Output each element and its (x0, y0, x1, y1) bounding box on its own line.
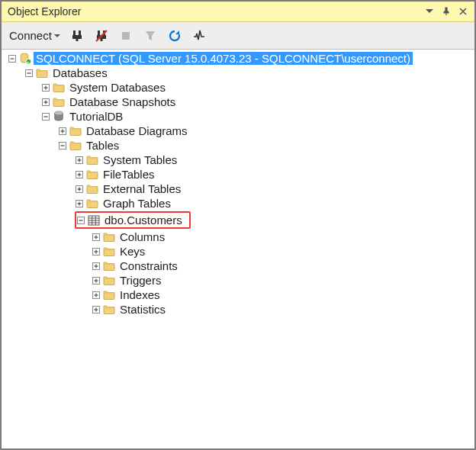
node-label: Statistics (117, 303, 168, 316)
table-icon (87, 214, 101, 227)
chevron-down-icon (53, 32, 61, 40)
node-label: Triggers (117, 274, 163, 287)
tutorialdb-node[interactable]: TutorialDB (6, 109, 470, 124)
folder-icon (69, 140, 82, 152)
folder-icon (85, 169, 99, 181)
database-icon (52, 111, 66, 123)
folder-icon (85, 154, 99, 166)
tables-node[interactable]: Tables (6, 138, 470, 153)
node-label: TutorialDB (67, 110, 125, 123)
constraints-node[interactable]: Constraints (6, 259, 470, 273)
file-tables-node[interactable]: FileTables (6, 167, 470, 182)
svg-rect-19 (98, 31, 100, 35)
server-node[interactable]: SQLCONNECT (SQL Server 15.0.4073.23 - SQ… (6, 51, 470, 66)
filter-icon (140, 26, 160, 46)
node-label: Graph Tables (101, 197, 173, 210)
expander[interactable] (75, 156, 84, 165)
object-explorer-panel: Object Explorer Connect (0, 0, 476, 450)
panel-title: Object Explorer (8, 5, 420, 18)
close-icon[interactable] (456, 5, 470, 18)
disconnect-server-icon[interactable] (92, 26, 111, 46)
node-label: Database Diagrams (84, 124, 190, 137)
expander[interactable] (24, 69, 34, 78)
triggers-node[interactable]: Triggers (6, 273, 470, 288)
folder-icon (85, 183, 99, 195)
node-label: System Databases (67, 81, 168, 94)
system-databases-node[interactable]: System Databases (6, 80, 470, 95)
expander[interactable] (76, 216, 85, 225)
folder-icon (35, 67, 49, 79)
expander[interactable] (92, 276, 101, 285)
pin-icon[interactable] (439, 5, 453, 18)
expander[interactable] (58, 127, 67, 136)
graph-tables-node[interactable]: Graph Tables (6, 196, 470, 211)
expander[interactable] (92, 247, 101, 256)
node-label: Columns (117, 230, 167, 243)
folder-icon (102, 275, 116, 287)
database-snapshots-node[interactable]: Database Snapshots (6, 95, 470, 109)
node-label: FileTables (101, 168, 157, 181)
node-label: External Tables (101, 182, 183, 195)
node-label: Keys (117, 245, 147, 258)
svg-rect-16 (79, 31, 81, 35)
external-tables-node[interactable]: External Tables (6, 182, 470, 196)
folder-icon (52, 96, 66, 108)
expander[interactable] (41, 112, 50, 121)
node-label: System Tables (101, 153, 179, 166)
window-menu-icon[interactable] (423, 5, 436, 18)
svg-rect-22 (100, 39, 102, 41)
statistics-node[interactable]: Statistics (6, 302, 470, 317)
expander[interactable] (75, 170, 84, 179)
refresh-icon[interactable] (165, 26, 185, 46)
expander[interactable] (92, 262, 101, 271)
database-diagrams-node[interactable]: Database Diagrams (6, 124, 470, 138)
expander[interactable] (58, 141, 67, 150)
connect-server-icon[interactable] (67, 26, 87, 46)
node-label: Constraints (117, 259, 180, 272)
keys-node[interactable]: Keys (6, 244, 470, 259)
expander[interactable] (8, 54, 17, 63)
svg-rect-17 (72, 35, 82, 39)
annotation-highlight: dbo.Customers (75, 211, 191, 229)
folder-icon (52, 82, 66, 94)
svg-rect-24 (122, 32, 130, 40)
toolbar: Connect (2, 22, 474, 50)
folder-icon (102, 246, 116, 258)
tree-view[interactable]: SQLCONNECT (SQL Server 15.0.4073.23 - SQ… (2, 50, 474, 448)
folder-icon (102, 260, 116, 272)
svg-rect-15 (73, 31, 76, 35)
indexes-node[interactable]: Indexes (6, 288, 470, 302)
columns-node[interactable]: Columns (6, 230, 470, 244)
connect-label: Connect (9, 29, 52, 42)
connect-button[interactable]: Connect (8, 27, 63, 43)
svg-rect-18 (76, 39, 78, 41)
node-label: Indexes (117, 288, 162, 301)
node-label: SQLCONNECT (SQL Server 15.0.4073.23 - SQ… (34, 52, 413, 65)
folder-icon (102, 231, 116, 243)
expander[interactable] (75, 199, 84, 208)
stop-icon (116, 26, 136, 46)
server-icon (18, 53, 32, 65)
folder-icon (69, 125, 82, 137)
expander[interactable] (41, 83, 50, 92)
system-tables-node[interactable]: System Tables (6, 153, 470, 167)
expander[interactable] (75, 185, 84, 194)
folder-icon (102, 304, 116, 316)
panel-titlebar: Object Explorer (2, 2, 474, 22)
activity-monitor-icon[interactable] (189, 26, 209, 46)
folder-icon (102, 289, 116, 301)
expander[interactable] (92, 233, 101, 242)
expander[interactable] (41, 98, 50, 107)
node-label: Tables (84, 139, 121, 152)
databases-node[interactable]: Databases (6, 66, 470, 80)
dbo-customers-node[interactable]: dbo.Customers (76, 213, 186, 227)
node-label: Database Snapshots (67, 95, 178, 108)
folder-icon (85, 198, 99, 210)
node-label: Databases (50, 66, 110, 79)
expander[interactable] (92, 291, 101, 300)
expander[interactable] (92, 305, 101, 314)
node-label: dbo.Customers (102, 214, 185, 227)
